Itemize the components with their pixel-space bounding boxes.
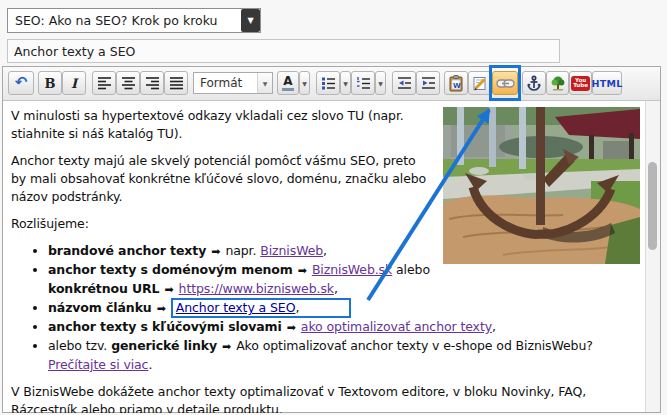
italic-icon: I xyxy=(71,76,77,91)
article-title-input[interactable] xyxy=(7,39,560,63)
link-anchor-texty-a-seo[interactable]: Anchor texty a SEO xyxy=(176,300,296,315)
font-color-icon: A xyxy=(282,75,294,91)
bullet-list-button[interactable] xyxy=(316,71,340,95)
paste-from-word-icon: W xyxy=(448,75,465,92)
indent-button[interactable] xyxy=(416,71,440,95)
right-arrow-icon: ➡ xyxy=(287,321,296,334)
paragraph: V BiznisWebe dokážete anchor texty optim… xyxy=(11,383,640,413)
html-source-button[interactable]: HTML xyxy=(592,71,622,95)
chevron-down-icon: ▼ xyxy=(257,73,272,93)
right-arrow-icon: ➡ xyxy=(222,340,231,353)
right-arrow-icon: ➡ xyxy=(211,245,220,258)
link-biznisweb-sk[interactable]: BiznisWeb.sk xyxy=(312,262,392,277)
link-ako-optimalizovat[interactable]: ako optimalizovať anchor texty xyxy=(301,319,492,334)
undo-icon: ↶ xyxy=(15,73,28,91)
undo-button[interactable]: ↶ xyxy=(8,71,34,95)
numbered-list-dropdown[interactable]: ▼ xyxy=(375,71,386,95)
align-center-icon xyxy=(121,76,136,90)
align-right-icon xyxy=(145,76,160,90)
italic-button[interactable]: I xyxy=(62,71,86,95)
outdent-icon xyxy=(397,76,412,90)
link-precitajte-si-viac[interactable]: Prečítajte si viac xyxy=(48,357,148,372)
anchor-photo xyxy=(443,107,640,264)
image-tree-icon xyxy=(550,75,566,91)
right-arrow-icon: ➡ xyxy=(298,264,307,277)
align-right-button[interactable] xyxy=(140,71,164,95)
chevron-down-icon[interactable]: ▼ xyxy=(241,9,260,32)
align-left-icon xyxy=(97,76,112,90)
bold-button[interactable]: B xyxy=(38,71,62,95)
edit-page-button[interactable] xyxy=(468,71,492,95)
right-arrow-icon: ➡ xyxy=(164,283,173,296)
outdent-button[interactable] xyxy=(392,71,416,95)
vertical-scrollbar[interactable] xyxy=(645,101,660,412)
html-label: HTML xyxy=(591,78,622,89)
format-select-value: Formát xyxy=(194,76,257,90)
edit-page-icon xyxy=(472,75,489,92)
insert-youtube-button[interactable]: YouTube xyxy=(569,71,592,95)
bold-icon: B xyxy=(45,76,56,91)
editor-toolbar: ↶ B I Formát ▼ A ▼ ▼ ▼ W xyxy=(3,67,660,101)
bullet-list-icon xyxy=(321,76,336,90)
insert-anchor-button[interactable] xyxy=(522,71,546,95)
paste-from-word-button[interactable]: W xyxy=(444,71,468,95)
template-select-value: SEO: Ako na SEO? Krok po kroku xyxy=(8,13,241,28)
align-center-button[interactable] xyxy=(116,71,140,95)
font-color-button[interactable]: A xyxy=(277,71,299,95)
link-biznisweb[interactable]: BiznisWeb xyxy=(260,243,323,258)
editor-page: { "colors": { "annotation_blue": "#1b74d… xyxy=(0,0,667,415)
svg-text:W: W xyxy=(453,81,461,89)
numbered-list-icon xyxy=(356,76,371,90)
insert-link-button[interactable] xyxy=(492,71,518,95)
link-icon xyxy=(496,78,515,89)
list-item: anchor texty s kľúčovými slovami➡ako opt… xyxy=(48,318,640,337)
insert-image-button[interactable] xyxy=(546,71,569,95)
list-item: alebo tzv. generické linky➡Ako optimaliz… xyxy=(48,337,640,374)
youtube-icon: YouTube xyxy=(571,76,590,91)
template-select[interactable]: SEO: Ako na SEO? Krok po kroku ▼ xyxy=(7,8,261,33)
format-select[interactable]: Formát ▼ xyxy=(193,72,273,94)
list-item: anchor texty s doménovým menom➡BiznisWeb… xyxy=(48,261,640,299)
align-justify-icon xyxy=(169,76,184,90)
right-arrow-icon: ➡ xyxy=(157,302,166,315)
link-biznisweb-url[interactable]: https://www.biznisweb.sk xyxy=(179,281,334,296)
annotation-box-article-link: Anchor texty a SEO, xyxy=(171,298,351,318)
list-item: názvom článku➡Anchor texty a SEO, xyxy=(48,299,640,318)
font-color-dropdown[interactable]: ▼ xyxy=(299,71,310,95)
indent-icon xyxy=(421,76,436,90)
anchor-icon xyxy=(526,75,542,91)
align-left-button[interactable] xyxy=(92,71,116,95)
bullet-list-dropdown[interactable]: ▼ xyxy=(340,71,351,95)
numbered-list-button[interactable] xyxy=(351,71,375,95)
scrollbar-thumb[interactable] xyxy=(648,162,657,250)
rich-text-editor: ↶ B I Formát ▼ A ▼ ▼ ▼ W xyxy=(2,66,661,413)
editor-content[interactable]: V minulosti sa hypertextové odkazy vklad… xyxy=(3,101,660,413)
align-justify-button[interactable] xyxy=(164,71,188,95)
